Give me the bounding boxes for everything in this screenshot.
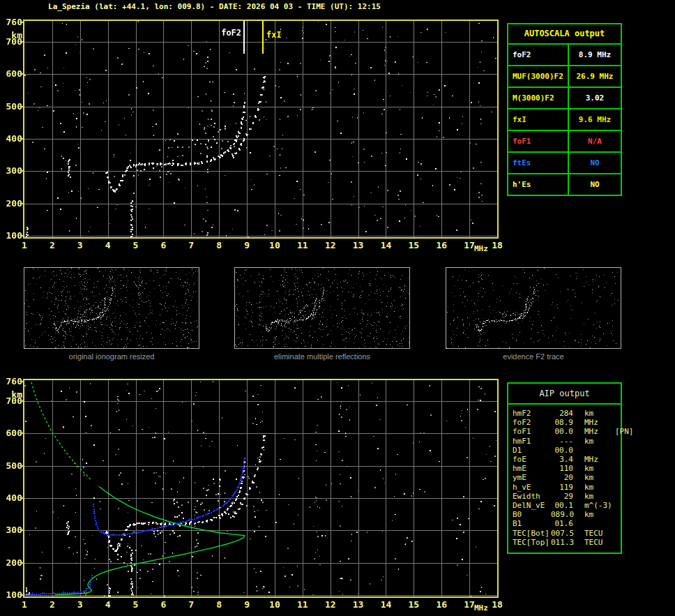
aip-extra: [PN] <box>609 427 634 436</box>
aip-unit: km <box>573 464 609 473</box>
aip-row: foF100.0MHz[PN] <box>513 427 621 436</box>
aip-val: 20 <box>551 473 573 482</box>
x-tick-label: 16 <box>432 241 450 250</box>
panel-original-ionogram <box>24 267 199 349</box>
aip-table: AIP output hmF2284kmfoF208.9MHzfoF100.0M… <box>507 382 622 554</box>
x-tick-label: 17 <box>460 600 478 610</box>
x-tick-label: 15 <box>404 241 423 250</box>
aip-unit: TECU <box>573 529 609 538</box>
aip-val: 00.1 <box>551 501 573 510</box>
aip-row: TEC[Top]011.3TECU <box>513 538 621 547</box>
autoscala-table-title: AUTOSCALA output <box>508 24 621 43</box>
aip-val: 284 <box>551 409 573 418</box>
x-tick-label: 5 <box>127 600 145 610</box>
autoscala-row-label: foF2 <box>508 45 568 65</box>
aip-label: hmF1 <box>513 437 551 446</box>
x-tick-label: 9 <box>238 600 256 610</box>
x-tick-label: 18 <box>488 600 506 610</box>
bottom-ionogram-canvas <box>24 380 497 596</box>
y-axis-tick <box>20 562 24 564</box>
aip-label: hmF2 <box>513 409 551 418</box>
aip-label: B0 <box>513 510 551 519</box>
panel-original-canvas <box>24 268 199 348</box>
aip-label: TEC[Bot] <box>513 529 551 538</box>
aip-label: Ewidth <box>513 492 551 501</box>
aip-val: --- <box>551 437 573 446</box>
aip-unit: km <box>573 473 609 482</box>
autoscala-row-label: MUF(3000)F2 <box>508 66 568 87</box>
aip-row: hmF1---km <box>513 437 621 446</box>
x-tick-label: 4 <box>99 600 117 610</box>
aip-extra <box>609 519 621 528</box>
x-tick-label: 11 <box>294 241 312 250</box>
x-tick-label: 5 <box>127 241 145 250</box>
aip-unit: km <box>573 510 609 519</box>
x-tick-label: 11 <box>294 600 312 610</box>
aip-row: foF208.9MHz <box>513 418 621 427</box>
x-tick-label: 16 <box>432 600 450 610</box>
aip-label: foF2 <box>513 418 551 427</box>
aip-unit: km <box>573 437 609 446</box>
aip-extra <box>609 538 621 547</box>
x-tick-label: 2 <box>43 600 61 610</box>
x-tick-label: 10 <box>266 600 284 610</box>
autoscala-row-label: fxI <box>508 110 568 130</box>
foF2-marker-label: foF2 <box>219 28 241 38</box>
aip-label: foE <box>513 455 551 464</box>
autoscala-row-label: foF1 <box>508 131 568 151</box>
y-tick-label: 200 <box>0 199 22 209</box>
aip-unit: km <box>573 483 609 492</box>
y-tick-label: 300 <box>0 525 22 535</box>
aip-label: ymE <box>513 473 551 482</box>
y-tick-label: 600 <box>0 69 22 79</box>
y-tick-label: 760 <box>0 17 22 27</box>
aip-extra <box>609 473 621 482</box>
aip-row: D100.0 <box>513 446 621 455</box>
aip-extra <box>609 409 621 418</box>
y-axis-tick <box>20 529 24 531</box>
top-ionogram-canvas <box>24 21 497 237</box>
aip-val: 3.4 <box>551 455 573 464</box>
aip-unit: MHz <box>573 455 609 464</box>
x-tick-label: 7 <box>182 241 200 250</box>
panel-eliminate-canvas <box>235 268 409 348</box>
aip-label: h_vE <box>513 483 551 492</box>
aip-row: foE3.4MHz <box>513 455 621 464</box>
y-axis-tick <box>20 465 24 467</box>
aip-val: 110 <box>551 464 573 473</box>
x-tick-label: 6 <box>154 241 172 250</box>
aip-extra <box>609 455 621 464</box>
y-axis-tick <box>20 138 24 140</box>
autoscala-row-label: h'Es <box>508 174 568 195</box>
aip-label: TEC[Top] <box>513 538 551 547</box>
aip-table-rows: hmF2284kmfoF208.9MHzfoF100.0MHz[PN]hmF1-… <box>508 405 621 553</box>
x-tick-label: 4 <box>99 241 117 250</box>
aip-unit: MHz <box>573 427 609 436</box>
x-tick-label: 8 <box>210 241 228 250</box>
aip-extra <box>609 492 621 501</box>
y-axis-tick <box>20 400 24 402</box>
aip-val: 00.0 <box>551 446 573 455</box>
aip-unit <box>573 519 609 528</box>
autoscala-row-value: 8.9 MHz <box>569 45 621 65</box>
aip-row: TEC[Bot]007.5TECU <box>513 529 621 538</box>
autoscala-row-value: 3.02 <box>569 88 621 108</box>
x-tick-label: 3 <box>71 241 89 250</box>
x-tick-label: 10 <box>266 241 284 250</box>
aip-unit: MHz <box>573 418 609 427</box>
y-axis-tick <box>20 433 24 434</box>
autoscala-row-label: M(3000)F2 <box>508 88 568 108</box>
y-tick-label: 200 <box>0 558 22 568</box>
aip-extra <box>609 510 621 519</box>
aip-extra <box>609 437 621 446</box>
x-tick-label: 6 <box>154 600 172 610</box>
aip-label: B1 <box>513 519 551 528</box>
y-axis-tick <box>20 381 24 382</box>
x-tick-label: 12 <box>321 600 340 610</box>
autoscala-table: AUTOSCALA output foF28.9 MHzMUF(3000)F22… <box>507 23 622 196</box>
y-tick-label: 100 <box>0 590 22 600</box>
aip-val: 007.5 <box>551 529 573 538</box>
aip-extra <box>609 418 621 427</box>
y-tick-label: 600 <box>0 428 22 438</box>
aip-extra <box>609 446 621 455</box>
